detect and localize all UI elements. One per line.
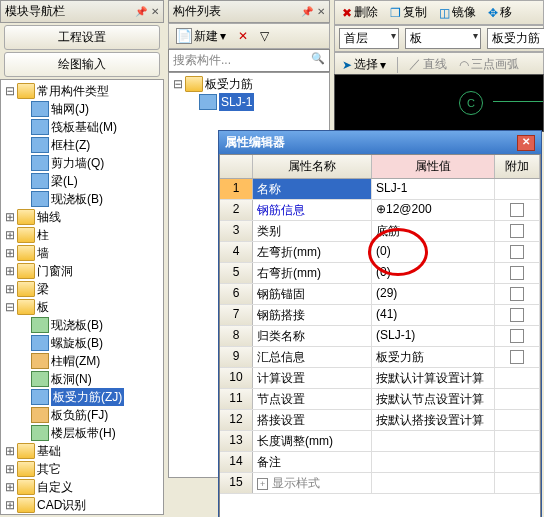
axis-marker-c: C [459, 91, 483, 115]
select-button[interactable]: ➤选择 ▾ [339, 55, 389, 74]
tree-item[interactable]: 梁(L) [3, 172, 161, 190]
tree-item[interactable]: 螺旋板(B) [3, 334, 161, 352]
property-row[interactable]: 2钢筋信息⊕12@200 [220, 200, 540, 221]
tree-item[interactable]: ⊞自定义 [3, 478, 161, 496]
close-icon[interactable]: ✕ [151, 6, 159, 17]
property-editor-header: 属性编辑器 ✕ [219, 131, 541, 154]
property-row[interactable]: 9汇总信息板受力筋 [220, 347, 540, 368]
property-row[interactable]: 14备注 [220, 452, 540, 473]
checkbox[interactable] [510, 329, 524, 343]
tree-item[interactable]: 筏板基础(M) [3, 118, 161, 136]
new-button[interactable]: 📄新建 ▾ [173, 27, 229, 46]
nav-panel-title: 模块导航栏 📌✕ [0, 0, 164, 23]
checkbox[interactable] [510, 287, 524, 301]
tree-item[interactable]: ⊞柱 [3, 226, 161, 244]
tree-item[interactable]: 轴网(J) [3, 100, 161, 118]
filter-icon[interactable]: ▽ [257, 28, 272, 44]
tree-item[interactable]: ⊞CAD识别 [3, 496, 161, 514]
property-row[interactable]: 10计算设置按默认计算设置计算 [220, 368, 540, 389]
list-panel-title: 构件列表 📌✕ [168, 0, 330, 23]
tree-item[interactable]: ⊞轴线 [3, 208, 161, 226]
property-row[interactable]: 3类别底筋 [220, 221, 540, 242]
property-row[interactable]: 12搭接设置按默认搭接设置计算 [220, 410, 540, 431]
pin-icon[interactable]: 📌 [135, 6, 147, 17]
tree-item[interactable]: ⊟常用构件类型 [3, 82, 161, 100]
tree-item[interactable]: ⊞墙 [3, 244, 161, 262]
pin-icon[interactable]: 📌 [301, 6, 313, 17]
tree-item[interactable]: ⊞基础 [3, 442, 161, 460]
checkbox[interactable] [510, 203, 524, 217]
arc-button: ◠三点画弧 [456, 55, 522, 74]
move-button[interactable]: ✥移 [485, 3, 515, 22]
property-header-row: 属性名称 属性值 附加 [220, 155, 540, 179]
checkbox[interactable] [510, 224, 524, 238]
tree-item[interactable]: 板受力筋(ZJ) [3, 388, 161, 406]
nav-tree[interactable]: ⊟常用构件类型轴网(J)筏板基础(M)框柱(Z)剪力墙(Q)梁(L)现浇板(B)… [0, 79, 164, 515]
tab-draw-input[interactable]: 绘图输入 [4, 52, 160, 77]
property-row[interactable]: 7钢筋搭接(41) [220, 305, 540, 326]
property-row[interactable]: 6钢筋锚固(29) [220, 284, 540, 305]
list-toolbar: 📄新建 ▾ ✕ ▽ [168, 23, 330, 49]
copy-button[interactable]: ❐复制 [387, 3, 430, 22]
mirror-button[interactable]: ◫镜像 [436, 3, 479, 22]
property-row[interactable]: 13长度调整(mm) [220, 431, 540, 452]
property-row[interactable]: 4左弯折(mm)(0) [220, 242, 540, 263]
property-row[interactable]: 8归类名称(SLJ-1) [220, 326, 540, 347]
tree-item[interactable]: ⊟板 [3, 298, 161, 316]
tree-item[interactable]: 楼层板带(H) [3, 424, 161, 442]
tree-root[interactable]: ⊟板受力筋 [171, 75, 327, 93]
drawing-canvas[interactable]: C [334, 74, 544, 132]
property-row[interactable]: 11节点设置按默认节点设置计算 [220, 389, 540, 410]
tree-item[interactable]: ⊞门窗洞 [3, 262, 161, 280]
floor-select[interactable]: 首层 [339, 28, 399, 49]
main-toolbar-2: 首层 板 板受力筋 [334, 25, 544, 52]
tree-item[interactable]: 框柱(Z) [3, 136, 161, 154]
tree-item[interactable]: 板洞(N) [3, 370, 161, 388]
delete-button[interactable]: ✖删除 [339, 3, 381, 22]
checkbox[interactable] [510, 350, 524, 364]
property-row[interactable]: 15+显示样式 [220, 473, 540, 494]
tree-item[interactable]: 剪力墙(Q) [3, 154, 161, 172]
checkbox[interactable] [510, 308, 524, 322]
tree-item[interactable]: ⊞梁 [3, 280, 161, 298]
checkbox[interactable] [510, 266, 524, 280]
checkbox[interactable] [510, 245, 524, 259]
property-row[interactable]: 5右弯折(mm)(0) [220, 263, 540, 284]
category-select[interactable]: 板 [405, 28, 481, 49]
tree-item[interactable]: ⊞其它 [3, 460, 161, 478]
tree-item[interactable]: 现浇板(B) [3, 316, 161, 334]
tree-item[interactable]: SLJ-1 [171, 93, 327, 111]
line-button: ／直线 [406, 55, 450, 74]
search-input[interactable]: 搜索构件... [168, 49, 330, 72]
type-select[interactable]: 板受力筋 [487, 28, 544, 49]
delete-icon[interactable]: ✕ [235, 28, 251, 44]
property-row[interactable]: 1名称SLJ-1 [220, 179, 540, 200]
main-toolbar-1: ✖删除 ❐复制 ◫镜像 ✥移 [334, 0, 544, 25]
close-icon[interactable]: ✕ [317, 6, 325, 17]
tree-item[interactable]: 板负筋(FJ) [3, 406, 161, 424]
property-table: 属性名称 属性值 附加 1名称SLJ-12钢筋信息⊕12@2003类别底筋4左弯… [219, 154, 541, 517]
tree-item[interactable]: 柱帽(ZM) [3, 352, 161, 370]
tab-project-settings[interactable]: 工程设置 [4, 25, 160, 50]
tree-item[interactable]: 现浇板(B) [3, 190, 161, 208]
close-button[interactable]: ✕ [517, 135, 535, 151]
